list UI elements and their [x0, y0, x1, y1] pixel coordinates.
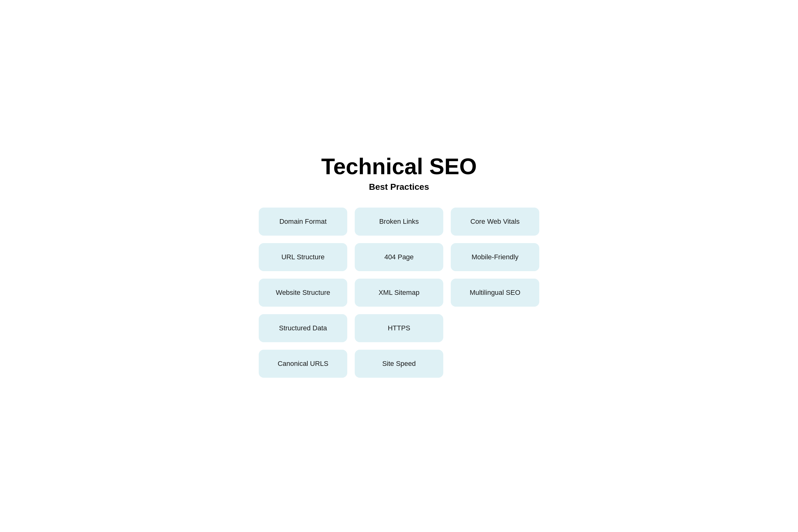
card-site-speed[interactable]: Site Speed	[355, 350, 443, 378]
card-label-domain-format: Domain Format	[279, 217, 327, 226]
card-label-core-web-vitals: Core Web Vitals	[470, 217, 520, 226]
card-label-xml-sitemap: XML Sitemap	[378, 288, 419, 297]
card-https[interactable]: HTTPS	[355, 314, 443, 342]
page-title: Technical SEO	[259, 154, 539, 179]
card-label-multilingual-seo: Multilingual SEO	[470, 288, 520, 297]
page-subtitle: Best Practices	[259, 182, 539, 192]
card-broken-links[interactable]: Broken Links	[355, 208, 443, 235]
card-structured-data[interactable]: Structured Data	[259, 314, 347, 342]
page-container: Technical SEO Best Practices Domain Form…	[259, 154, 539, 378]
topic-grid: Domain FormatBroken LinksCore Web Vitals…	[259, 208, 539, 378]
card-mobile-friendly[interactable]: Mobile-Friendly	[451, 243, 539, 271]
card-404-page[interactable]: 404 Page	[355, 243, 443, 271]
card-label-url-structure: URL Structure	[282, 253, 325, 262]
card-website-structure[interactable]: Website Structure	[259, 279, 347, 307]
card-url-structure[interactable]: URL Structure	[259, 243, 347, 271]
card-label-mobile-friendly: Mobile-Friendly	[472, 253, 518, 262]
card-multilingual-seo[interactable]: Multilingual SEO	[451, 279, 539, 307]
card-canonical-urls[interactable]: Canonical URLS	[259, 350, 347, 378]
card-label-https: HTTPS	[388, 324, 410, 333]
card-domain-format[interactable]: Domain Format	[259, 208, 347, 235]
card-label-structured-data: Structured Data	[279, 324, 327, 333]
page-header: Technical SEO Best Practices	[259, 154, 539, 192]
card-label-404-page: 404 Page	[384, 253, 414, 262]
card-label-website-structure: Website Structure	[276, 288, 330, 297]
card-label-canonical-urls: Canonical URLS	[278, 359, 328, 368]
card-core-web-vitals[interactable]: Core Web Vitals	[451, 208, 539, 235]
card-label-broken-links: Broken Links	[379, 217, 419, 226]
card-xml-sitemap[interactable]: XML Sitemap	[355, 279, 443, 307]
card-label-site-speed: Site Speed	[382, 359, 416, 368]
